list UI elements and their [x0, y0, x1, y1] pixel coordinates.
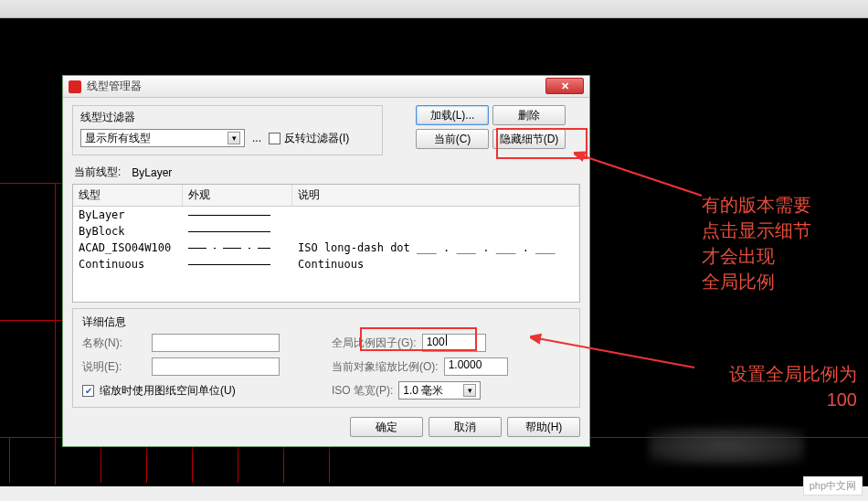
linetype-manager-dialog: 线型管理器 ✕ 线型过滤器 显示所有线型 ▾ ... 反转过滤器(I) — [62, 75, 590, 447]
chevron-down-icon: ▾ — [228, 132, 240, 144]
iso-pen-combobox[interactable]: 1.0 毫米 ▾ — [398, 381, 481, 400]
ellipsis-button[interactable]: ... — [252, 132, 261, 144]
header-linetype[interactable]: 线型 — [73, 185, 183, 206]
line-preview-icon — [188, 231, 270, 232]
text-cursor-icon — [446, 335, 447, 346]
use-paper-units-row[interactable]: ✔ 缩放时使用图纸空间单位(U) — [82, 383, 321, 399]
decorative-smudge — [649, 428, 804, 464]
close-icon: ✕ — [561, 80, 569, 92]
cancel-button[interactable]: 取消 — [429, 417, 502, 437]
iso-pen-label: ISO 笔宽(P): — [332, 383, 393, 399]
hide-detail-button[interactable]: 隐藏细节(D) — [492, 129, 566, 149]
current-linetype-label: 当前线型: — [74, 165, 121, 180]
list-row[interactable]: Continuous Continuous — [73, 256, 579, 272]
invert-filter-checkbox[interactable]: 反转过滤器(I) — [269, 131, 349, 146]
desc-label: 说明(E): — [82, 359, 146, 375]
current-linetype-row: 当前线型: ByLayer — [74, 165, 580, 180]
line-preview-icon — [188, 264, 270, 265]
current-button[interactable]: 当前(C) — [416, 129, 489, 149]
object-scale-row: 当前对象缩放比例(O): 1.0000 — [332, 357, 570, 376]
header-description[interactable]: 说明 — [292, 185, 579, 206]
desc-input[interactable] — [152, 357, 280, 376]
list-row[interactable]: ByBlock — [73, 223, 579, 240]
details-legend: 详细信息 — [82, 314, 570, 330]
delete-button[interactable]: 删除 — [492, 105, 566, 125]
app-top-bar — [0, 0, 868, 18]
ok-button[interactable]: 确定 — [350, 417, 423, 437]
iso-pen-row: ISO 笔宽(P): 1.0 毫米 ▾ — [332, 381, 570, 400]
bottom-strip — [0, 486, 868, 501]
top-button-group: 加载(L)... 删除 当前(C) 隐藏细节(D) — [392, 105, 566, 149]
bg-line — [9, 437, 10, 483]
annotation-text-bottom: 设置全局比例为 100 — [693, 361, 857, 412]
svg-line-0 — [581, 155, 702, 196]
dialog-bottom-buttons: 确定 取消 帮助(H) — [72, 417, 580, 437]
object-scale-label: 当前对象缩放比例(O): — [332, 359, 439, 375]
line-preview-icon — [188, 215, 270, 216]
checkbox-icon: ✔ — [82, 385, 94, 397]
filter-combobox-value: 显示所有线型 — [85, 131, 151, 146]
list-row[interactable]: ByLayer — [73, 207, 579, 223]
dashed-line-preview-icon — [188, 248, 270, 249]
checkbox-icon — [269, 133, 281, 144]
global-scale-label: 全局比例因子(G): — [332, 336, 417, 351]
desc-field-row: 说明(E): — [82, 357, 321, 376]
app-icon — [69, 80, 81, 93]
name-input[interactable] — [152, 334, 280, 352]
global-scale-input[interactable]: 100 — [422, 334, 486, 352]
dialog-title: 线型管理器 — [87, 79, 142, 94]
details-groupbox: 详细信息 名称(N): 全局比例因子(G): 100 说明(E): 当前对象缩放… — [72, 308, 580, 408]
object-scale-input[interactable]: 1.0000 — [444, 357, 508, 376]
invert-filter-label: 反转过滤器(I) — [284, 131, 349, 146]
load-button[interactable]: 加载(L)... — [416, 105, 489, 125]
list-row[interactable]: ACAD_ISO04W100 ISO long-dash dot ___ . _… — [73, 240, 579, 256]
global-scale-row: 全局比例因子(G): 100 — [332, 334, 570, 352]
close-button[interactable]: ✕ — [545, 78, 584, 94]
current-linetype-value: ByLayer — [132, 166, 172, 179]
arrow-icon — [574, 150, 720, 205]
name-label: 名称(N): — [82, 336, 146, 351]
use-paper-units-label: 缩放时使用图纸空间单位(U) — [100, 383, 236, 399]
list-header: 线型 外观 说明 — [73, 185, 579, 207]
dialog-titlebar[interactable]: 线型管理器 ✕ — [63, 76, 589, 98]
filter-legend: 线型过滤器 — [80, 110, 375, 125]
name-field-row: 名称(N): — [82, 334, 321, 352]
chevron-down-icon: ▾ — [463, 384, 476, 397]
filter-combobox[interactable]: 显示所有线型 ▾ — [80, 129, 245, 147]
header-appearance[interactable]: 外观 — [183, 185, 292, 206]
filter-groupbox: 线型过滤器 显示所有线型 ▾ ... 反转过滤器(I) — [72, 105, 383, 155]
help-button[interactable]: 帮助(H) — [507, 417, 580, 437]
linetype-list[interactable]: 线型 外观 说明 ByLayer ByBlock ACAD_ISO04W100 … — [72, 184, 580, 303]
bg-line — [55, 183, 56, 485]
watermark: php中文网 — [803, 476, 863, 496]
annotation-text-top: 有的版本需要 点击显示细节 才会出现 全局比例 — [702, 192, 811, 294]
